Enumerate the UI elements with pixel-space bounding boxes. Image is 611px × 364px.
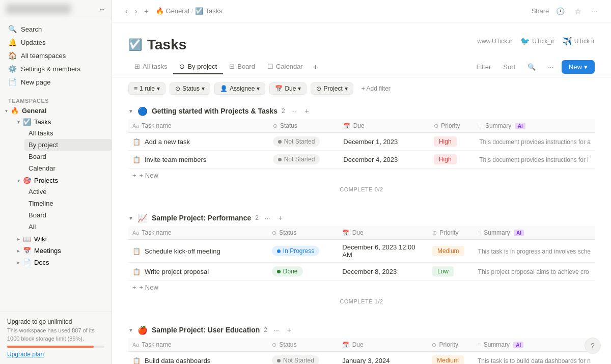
star-icon[interactable]: ☆ (572, 5, 585, 17)
group-performance-add[interactable]: + (276, 213, 285, 223)
sidebar-item-all-tasks[interactable]: All tasks (24, 127, 112, 139)
filter-rules-icon: ≡ (134, 85, 137, 92)
summary-text: This document provides instructions for … (479, 138, 591, 146)
table-row[interactable]: 📋 Build data dashboards Not Started Janu… (128, 352, 595, 365)
group-chevron-icon: ▼ (128, 108, 133, 114)
sidebar-item-active[interactable]: Active (24, 186, 112, 198)
upgrade-link[interactable]: Upgrade plan (7, 351, 44, 358)
tab-calendar[interactable]: ☐ Calendar (261, 60, 309, 74)
add-filter-button[interactable]: + Add filter (357, 83, 395, 94)
task-due-cell-5: January 3, 2024 (338, 352, 428, 365)
sidebar-item-by-project[interactable]: By project (24, 139, 112, 151)
group-performance-dots[interactable]: ··· (263, 213, 272, 223)
group-education-add[interactable]: + (285, 325, 293, 335)
forward-button[interactable]: › (132, 5, 141, 17)
task-status-cell-5: Not Started (268, 352, 338, 365)
sidebar-item-board[interactable]: Board (24, 151, 112, 162)
tab-all-tasks[interactable]: ⊞ All tasks (128, 60, 173, 74)
share-button[interactable]: Share (532, 7, 549, 15)
sidebar-item-settings[interactable]: ⚙️ Settings & members (0, 62, 112, 75)
group-education-header[interactable]: ▼ 🍎 Sample Project: User Education 2 ···… (128, 319, 595, 338)
sidebar-item-meetings[interactable]: ▸ 📅 Meetings (14, 245, 112, 256)
more-options-icon[interactable]: ··· (589, 5, 601, 17)
table-row[interactable]: 📋 Invite team members Not Started Decemb… (128, 151, 595, 169)
more-toolbar-button[interactable]: ··· (544, 61, 558, 73)
sidebar-item-updates[interactable]: 🔔 Updates (0, 36, 112, 49)
sidebar-general-header[interactable]: ▾ 🔥 General (0, 105, 112, 117)
add-tab-button[interactable]: + (309, 60, 322, 75)
filter-button[interactable]: Filter (472, 61, 495, 73)
sidebar-item-new-page[interactable]: 📄 New page (0, 75, 112, 89)
group-getting-started-add[interactable]: + (303, 106, 311, 116)
tab-by-project[interactable]: ⊙ By project (173, 60, 223, 74)
timeline-label: Timeline (29, 200, 53, 207)
group-getting-started-header[interactable]: ▼ 🔵 Getting started with Projects & Task… (128, 100, 595, 119)
sort-button[interactable]: Sort (499, 61, 519, 73)
tab-by-project-icon: ⊙ (179, 63, 185, 70)
table-row[interactable]: 📋 Write project proposal Done December 8… (128, 263, 595, 281)
filter-rules-chip[interactable]: ≡ 1 rule ▾ (128, 82, 165, 95)
wiki-icon: 📖 (23, 235, 31, 243)
summary-text: This project proposal aims to achieve cr… (478, 268, 589, 275)
col-status-icon-1: ⊙ (273, 123, 277, 129)
filter-assignee-chip[interactable]: 👤 Assignee ▾ (214, 82, 265, 95)
table-row[interactable]: 📋 Add a new task Not Started December 1,… (128, 133, 595, 151)
priority-badge-medium: Medium (432, 355, 464, 364)
filter-assignee-label: Assignee (230, 85, 255, 92)
updates-icon: 🔔 (8, 38, 17, 46)
sidebar-item-projects[interactable]: ▾ 🎯 Projects (14, 175, 112, 186)
breadcrumb-general[interactable]: 🔥 General (156, 7, 189, 15)
task-row-icon: 📋 (132, 357, 141, 365)
breadcrumb-tasks[interactable]: ☑️ Tasks (195, 7, 222, 15)
sidebar-item-docs[interactable]: ▸ 📄 Docs (14, 257, 112, 268)
all-tasks-label: All tasks (29, 129, 53, 137)
page-header: ☑️ Tasks www.UTick.ir 🐦 UTick_ir ✈️ UTic… (112, 22, 611, 53)
ai-badge-2: AI (514, 230, 524, 236)
sidebar-item-all-teamspaces[interactable]: 🏠 All teamspaces (0, 49, 112, 62)
brand-telegram: ✈️ UTick ir (563, 37, 595, 46)
sidebar-item-projects-board[interactable]: Board (24, 209, 112, 221)
new-button[interactable]: New ▾ (562, 60, 595, 74)
col-priority-icon-2: ⊙ (432, 230, 437, 236)
tab-calendar-label: Calendar (276, 63, 303, 70)
group-chevron-icon: ▼ (128, 215, 133, 221)
col-aa-icon-1: Aa (132, 123, 139, 129)
sidebar-item-all[interactable]: All (24, 221, 112, 233)
group-getting-started-dots[interactable]: ··· (289, 106, 299, 116)
breadcrumb-tasks-label: Tasks (205, 7, 222, 15)
search-button[interactable]: 🔍 (523, 61, 540, 73)
sidebar-item-tasks[interactable]: ▾ ☑️ Tasks (14, 117, 112, 127)
calendar-label: Calendar (29, 164, 55, 172)
group-education-table: Aa Task name ⊙ Status 📅 Due ⊙ (128, 338, 595, 364)
group-education-dots[interactable]: ··· (271, 325, 281, 335)
sidebar-nav: 🔍 Search 🔔 Updates 🏠 All teamspaces ⚙️ S… (0, 18, 112, 93)
help-button[interactable]: ? (585, 338, 601, 354)
col-header-task-name-2: Aa Task name (128, 226, 268, 240)
sidebar-item-search[interactable]: 🔍 Search (0, 22, 112, 36)
task-status-cell-4: Done (268, 263, 339, 281)
add-task-button-2[interactable]: + + New (128, 281, 595, 294)
add-page-button[interactable]: + (141, 5, 151, 17)
task-due-cell-2: December 4, 2023 (339, 151, 430, 169)
task-due-cell-1: December 1, 2023 (339, 133, 430, 151)
new-button-label: New (569, 63, 582, 71)
status-badge-not-started: Not Started (273, 154, 320, 164)
group-performance-header[interactable]: ▼ 📈 Sample Project: Performance 2 ··· + (128, 207, 595, 226)
tab-board[interactable]: ⊟ Board (223, 60, 261, 74)
table-row[interactable]: 📋 Schedule kick-off meeting In Progress … (128, 240, 595, 263)
sidebar-item-wiki[interactable]: ▸ 📖 Wiki (14, 234, 112, 244)
back-button[interactable]: ‹ (122, 5, 131, 17)
filter-due-icon: 📅 (275, 85, 283, 92)
task-name-cell-4: 📋 Write project proposal (128, 263, 268, 281)
history-icon[interactable]: 🕐 (553, 5, 568, 17)
sidebar-item-calendar[interactable]: Calendar (24, 162, 112, 174)
sidebar-item-timeline[interactable]: Timeline (24, 198, 112, 209)
add-task-button-1[interactable]: + + New (128, 169, 595, 182)
sidebar-toggle-icon[interactable]: ↔ (98, 5, 105, 13)
filter-project-chip[interactable]: ⊙ Project ▾ (311, 82, 353, 95)
docs-label: Docs (34, 259, 49, 266)
task-summary-cell-4: This project proposal aims to achieve cr… (474, 263, 595, 281)
projects-children: Active Timeline Board All (14, 186, 112, 233)
filter-status-chip[interactable]: ⊙ Status ▾ (170, 82, 210, 95)
filter-due-chip[interactable]: 📅 Due ▾ (269, 82, 307, 95)
